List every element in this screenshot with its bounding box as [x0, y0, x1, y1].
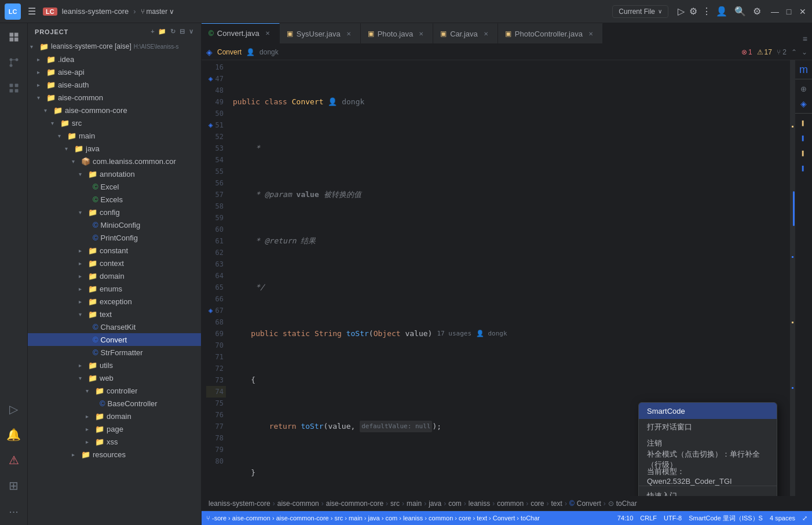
tab-photocontroller-java[interactable]: ▣ PhotoController.java ✕ [498, 23, 603, 43]
tabs-menu-icon[interactable]: ≡ [803, 34, 807, 43]
tree-excels[interactable]: © Excels [28, 193, 201, 206]
tree-aise-common-core[interactable]: ▾ 📁 aise-common-core [28, 104, 201, 116]
tree-config[interactable]: ▾ 📁 config [28, 206, 201, 218]
tree-charsetkit[interactable]: © CharsetKit [28, 320, 201, 333]
tab-close-convert[interactable]: ✕ [263, 29, 272, 38]
tree-src[interactable]: ▾ 📁 src [28, 116, 201, 129]
bread-item-common[interactable]: common [497, 500, 524, 508]
status-indent[interactable]: 4 spaces [770, 515, 795, 522]
tree-annotation[interactable]: ▾ 📁 annotation [28, 167, 201, 180]
activity-more[interactable]: ··· [2, 500, 25, 523]
tab-car-java[interactable]: ▣ Car.java ✕ [433, 23, 498, 43]
more-actions[interactable]: ⋮ [702, 6, 711, 17]
tree-web-page[interactable]: ▸ 📁 page [28, 422, 201, 435]
menu-item-completion-mode[interactable]: 补全模式（点击切换）：单行补全（行级） [639, 451, 777, 468]
new-folder-icon[interactable]: 📁 [158, 28, 167, 35]
tree-text[interactable]: ▾ 📁 text [28, 308, 201, 320]
tree-resources[interactable]: ▸ 📁 resources [28, 448, 201, 461]
tree-root[interactable]: ▾ 📁 leaniss-system-core [aise] H:\AISE\l… [28, 40, 201, 53]
collapse-icon[interactable]: ⊟ [180, 28, 185, 35]
status-position[interactable]: 74:10 [617, 515, 634, 522]
tree-package[interactable]: ▾ 📦 com.leaniss.common.cor [28, 155, 201, 167]
status-encoding[interactable]: UTF-8 [664, 515, 682, 522]
status-expand-icon[interactable]: ⤢ [802, 515, 807, 522]
error-count[interactable]: ⊗ 1 [741, 48, 752, 56]
tree-constant[interactable]: ▸ 📁 constant [28, 244, 201, 257]
warning-count[interactable]: ⚠ 17 [757, 48, 772, 56]
tree-minioconfig[interactable]: © MinioConfig [28, 218, 201, 231]
tree-web-domain[interactable]: ▸ 📁 domain [28, 410, 201, 422]
bread-item-convert[interactable]: Convert [577, 500, 601, 508]
tab-close-photo[interactable]: ✕ [416, 29, 426, 38]
code-editor[interactable]: 16 ◈47 48 49 50 ◈51 52 53 54 55 56 57 58… [202, 60, 812, 496]
tree-printconfig[interactable]: © PrintConfig [28, 231, 201, 244]
bread-item-java[interactable]: java [429, 500, 441, 508]
tree-java[interactable]: ▾ 📁 java [28, 142, 201, 155]
minimize-button[interactable]: — [770, 7, 780, 16]
close-button[interactable]: ✕ [798, 7, 807, 16]
status-branch[interactable]: ⑂ -sore › aise-common › aise-common-core… [206, 515, 540, 522]
tree-strformatter[interactable]: © StrFormatter [28, 346, 201, 359]
tree-aise-api[interactable]: ▸ 📁 aise-api [28, 65, 201, 78]
menu-item-quick-start[interactable]: 快速入门 ... [639, 488, 777, 496]
bread-item-tochar[interactable]: toChar [616, 500, 637, 508]
bread-item-leaniss[interactable]: leaniss [469, 500, 490, 508]
bookmark-icon[interactable]: ◈ [797, 97, 811, 111]
bread-item-aise-common[interactable]: aise-common [277, 500, 319, 508]
new-file-icon[interactable]: + [151, 28, 155, 35]
tab-photo-java[interactable]: ▣ Photo.java ✕ [361, 23, 433, 43]
smartcode-icon[interactable]: m [797, 63, 811, 76]
run-button[interactable]: ▷ [678, 6, 685, 17]
tree-aise-auth[interactable]: ▸ 📁 aise-auth [28, 78, 201, 91]
tree-basecontroller[interactable]: © BaseController [28, 397, 201, 410]
bread-item-core2[interactable]: core [531, 500, 544, 508]
activity-problems[interactable]: ⚠ [2, 449, 25, 472]
tab-close-photocontroller[interactable]: ✕ [586, 29, 595, 38]
settings-icon[interactable]: ⚙ [753, 6, 761, 17]
tree-web-xss[interactable]: ▸ 📁 xss [28, 435, 201, 448]
tree-idea[interactable]: ▸ 📁 .idea [28, 53, 201, 65]
menu-item-smartcode[interactable]: SmartCode [639, 403, 777, 419]
settings-dropdown-icon[interactable]: ∨ [189, 28, 194, 35]
tree-exception[interactable]: ▸ 📁 exception [28, 295, 201, 308]
tree-domain[interactable]: ▸ 📁 domain [28, 269, 201, 282]
tree-main[interactable]: ▾ 📁 main [28, 129, 201, 142]
tree-utils[interactable]: ▸ 📁 utils [28, 359, 201, 371]
maximize-button[interactable]: □ [784, 7, 793, 16]
search-icon[interactable]: 🔍 [734, 6, 746, 17]
status-plugin[interactable]: SmartCode 里词（ISS）S [689, 514, 763, 523]
activity-plugins[interactable] [2, 76, 25, 100]
collapse-editor-icon[interactable]: ⌄ [802, 48, 807, 56]
activity-run[interactable]: ▷ [2, 398, 25, 421]
debug-button[interactable]: ⚙ [689, 6, 697, 17]
account-icon[interactable]: 👤 [716, 6, 727, 17]
scroll-thumb[interactable] [793, 191, 795, 226]
hamburger-menu[interactable]: ☰ [25, 3, 38, 19]
tree-convert[interactable]: © Convert [28, 333, 201, 346]
tab-close-car[interactable]: ✕ [481, 29, 491, 38]
branch-selector[interactable]: ⑂ master ∨ [141, 8, 175, 16]
expand-icon[interactable]: ⌃ [791, 48, 797, 56]
bread-item-root[interactable]: leaniss-system-core [209, 500, 270, 508]
bread-item-text[interactable]: text [551, 500, 562, 508]
activity-git[interactable] [2, 51, 25, 74]
tree-excel[interactable]: © Excel [28, 180, 201, 193]
tree-web[interactable]: ▾ 📁 web [28, 371, 201, 384]
tab-convert-java[interactable]: © Convert.java ✕ [202, 23, 280, 43]
activity-notifications[interactable]: 🔔 [2, 423, 25, 446]
ai-icon[interactable]: ⊕ [797, 82, 811, 96]
bread-item-core[interactable]: aise-common-core [326, 500, 383, 508]
status-line-endings[interactable]: CRLF [640, 515, 657, 522]
bread-item-src[interactable]: src [390, 500, 400, 508]
menu-item-open-dialog[interactable]: 打开对话窗口 [639, 419, 777, 435]
git-diff-count[interactable]: ⑂ 2 [777, 48, 787, 56]
tree-controller[interactable]: ▾ 📁 controller [28, 384, 201, 397]
tab-sysuser-java[interactable]: ▣ SysUser.java ✕ [280, 23, 361, 43]
tree-context[interactable]: ▸ 📁 context [28, 257, 201, 269]
bread-item-com[interactable]: com [448, 500, 462, 508]
run-config-selector[interactable]: Current File ∨ [612, 5, 668, 18]
refresh-icon[interactable]: ↻ [170, 28, 176, 35]
tree-aise-common[interactable]: ▾ 📁 aise-common [28, 91, 201, 104]
bread-item-main[interactable]: main [407, 500, 422, 508]
activity-terminal[interactable]: ⊞ [2, 474, 25, 497]
